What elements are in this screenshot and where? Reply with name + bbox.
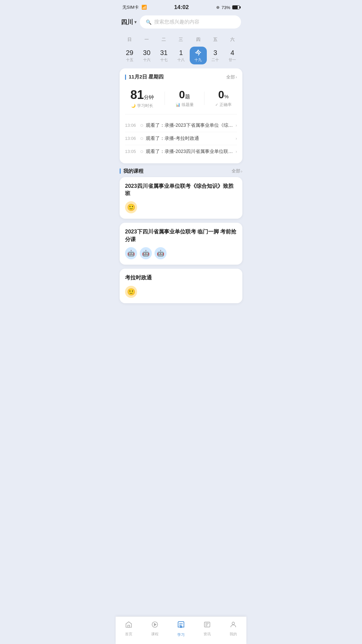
course-item-2[interactable]: 2023下四川省属事业单位联考 临门一脚 考前抢分课 🤖 🤖 🤖: [120, 223, 242, 265]
svg-rect-0: [128, 625, 130, 627]
study-icon: [177, 620, 185, 631]
main-scroll: 11月2日 星期四 全部 › 81分钟 🌙 学习时长: [116, 68, 246, 341]
date-31[interactable]: 31 十七: [155, 47, 172, 64]
nav-home[interactable]: 首页: [116, 621, 142, 637]
avatar-robot-3: 🤖: [155, 247, 167, 259]
calendar-weekdays: 日 一 二 三 四 五 六: [121, 35, 241, 44]
news-icon: [203, 621, 211, 630]
date-4[interactable]: 4 廿一: [224, 47, 241, 64]
weekday-sun: 日: [121, 35, 138, 44]
daily-view-all[interactable]: 全部 ›: [226, 74, 237, 80]
weekday-thu: 四: [190, 35, 207, 44]
header: 四川 ▾ 🔍 搜索您感兴趣的内容: [116, 13, 246, 33]
view-all-arrow-icon: ›: [236, 74, 237, 79]
search-placeholder: 搜索您感兴趣的内容: [154, 19, 199, 25]
nav-mine-label: 我的: [230, 632, 237, 637]
nav-course-label: 课程: [151, 632, 159, 637]
activity-arrow-icon-1: ›: [236, 123, 237, 128]
weekday-wed: 三: [172, 35, 189, 44]
activity-dot-icon: [140, 124, 143, 127]
calendar-dates: 29 十五 30 十六 31 十七 1 十八 今 十九 3 二十 4: [121, 47, 241, 64]
date-30[interactable]: 30 十六: [138, 47, 155, 64]
activity-dot-icon-3: [140, 150, 143, 153]
svg-rect-3: [180, 626, 182, 628]
activity-dot-icon-2: [140, 137, 143, 140]
avatar-crayon-1: 🙂: [125, 201, 137, 213]
location-button[interactable]: 四川 ▾: [121, 18, 136, 26]
carrier-wifi: 无SIM卡 📶: [122, 4, 147, 10]
study-time-icon: 🌙: [131, 104, 136, 108]
date-today[interactable]: 今 十九: [190, 47, 207, 64]
daily-header: 11月2日 星期四 全部 ›: [125, 74, 237, 80]
course-icon: [151, 621, 159, 630]
course-item-1[interactable]: 2023四川省属事业单位联考《综合知识》致胜班 🙂: [120, 177, 242, 219]
stat-accuracy-value: 0%: [218, 89, 229, 101]
activity-item-3[interactable]: 13:05 观看了：录播-2023四川省属事业单位联考《综合知识... ›: [125, 145, 237, 158]
weekday-sat: 六: [224, 35, 241, 44]
activity-arrow-icon-3: ›: [236, 149, 237, 154]
stats-row: 81分钟 🌙 学习时长 0题 📊 练题量: [125, 85, 237, 114]
courses-title-bar-icon: [120, 168, 121, 174]
daily-card: 11月2日 星期四 全部 › 81分钟 🌙 学习时长: [120, 68, 242, 163]
course-2-avatars: 🤖 🤖 🤖: [125, 247, 237, 259]
course-item-3[interactable]: 考拉时政通 🙂: [120, 269, 242, 303]
courses-view-all-arrow-icon: ›: [241, 169, 242, 174]
daily-title: 11月2日 星期四: [125, 74, 164, 80]
stat-questions-label: 📊 练题量: [176, 102, 194, 108]
courses-title: 我的课程: [120, 168, 143, 174]
accuracy-icon: ✓: [215, 103, 218, 107]
svg-marker-2: [154, 623, 156, 626]
stat-study-value: 81分钟: [130, 88, 154, 102]
activity-arrow-icon-2: ›: [236, 136, 237, 141]
weekday-fri: 五: [207, 35, 224, 44]
nav-course[interactable]: 课程: [142, 621, 168, 637]
svg-point-5: [232, 622, 234, 625]
activity-item-2[interactable]: 13:06 观看了：录播-考拉时政通 ›: [125, 132, 237, 145]
mine-icon: [230, 621, 237, 630]
dropdown-arrow-icon: ▾: [134, 20, 136, 24]
title-bar-icon: [125, 74, 126, 80]
avatar-robot-2: 🤖: [140, 247, 152, 259]
nav-home-label: 首页: [125, 632, 132, 637]
course-1-avatars: 🙂: [125, 201, 237, 213]
stat-accuracy-label: ✓ 正确率: [215, 102, 232, 108]
calendar: 日 一 二 三 四 五 六 29 十五 30 十六 31 十七 1 十八 今 十: [116, 33, 246, 68]
stat-accuracy: 0% ✓ 正确率: [215, 89, 232, 108]
nav-study-label: 学习: [177, 632, 185, 637]
stat-study-label: 🌙 学习时长: [131, 103, 153, 109]
avatar-robot-1: 🤖: [125, 247, 137, 259]
nav-study[interactable]: 学习: [168, 620, 194, 637]
stat-questions-value: 0题: [179, 89, 190, 101]
battery-info: ⊕ 73%: [216, 5, 240, 10]
nav-news[interactable]: 资讯: [194, 621, 220, 637]
weekday-tue: 二: [155, 35, 172, 44]
home-icon: [125, 621, 132, 630]
search-bar[interactable]: 🔍 搜索您感兴趣的内容: [140, 15, 241, 29]
activity-list: 13:06 观看了：录播-2023下省属事业单位《综合知识》千题... › 13…: [125, 119, 237, 158]
stat-divider-2: [204, 92, 204, 105]
stat-study-time: 81分钟 🌙 学习时长: [130, 88, 154, 109]
weekday-mon: 一: [138, 35, 155, 44]
courses-view-all[interactable]: 全部 ›: [232, 168, 242, 174]
questions-icon: 📊: [176, 103, 180, 107]
stat-divider-1: [165, 92, 165, 105]
avatar-crayon-3: 🙂: [125, 286, 137, 298]
date-29[interactable]: 29 十五: [121, 47, 138, 64]
course-3-avatars: 🙂: [125, 286, 237, 298]
location-label: 四川: [121, 18, 133, 26]
date-1[interactable]: 1 十八: [172, 47, 189, 64]
stat-questions: 0题 📊 练题量: [176, 89, 194, 108]
status-bar: 无SIM卡 📶 14:02 ⊕ 73%: [116, 0, 246, 13]
clock: 14:02: [174, 4, 189, 11]
activity-item-1[interactable]: 13:06 观看了：录播-2023下省属事业单位《综合知识》千题... ›: [125, 119, 237, 132]
date-3[interactable]: 3 二十: [207, 47, 224, 64]
courses-header: 我的课程 全部 ›: [120, 168, 242, 174]
nav-news-label: 资讯: [203, 632, 211, 637]
nav-mine[interactable]: 我的: [220, 621, 246, 637]
bottom-nav: 首页 课程 学习 资讯: [116, 616, 246, 644]
search-icon: 🔍: [146, 19, 152, 25]
